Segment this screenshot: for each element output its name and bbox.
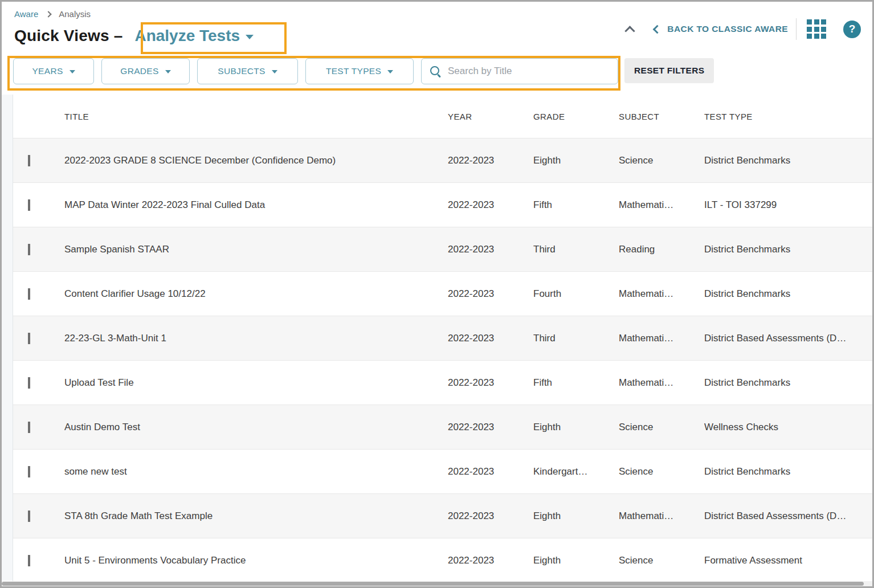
cell-title: 22-23-GL 3-Math-Unit 1 [64,333,448,344]
left-gutter [2,95,13,581]
toolbar-divider [796,18,797,40]
cell-test-type: Wellness Checks [704,422,872,433]
row-checkbox[interactable] [28,377,30,389]
cell-grade: Eighth [533,422,619,433]
table-row[interactable]: 22-23-GL 3-Math-Unit 1 2022-2023 Third M… [13,316,872,361]
cell-test-type: District Benchmarks [704,377,872,389]
cell-year: 2022-2023 [448,155,533,166]
breadcrumb-aware-link[interactable]: Aware [14,9,38,19]
column-header-grade[interactable]: GRADE [533,112,619,121]
cell-year: 2022-2023 [448,288,533,300]
table-header-row: TITLE YEAR GRADE SUBJECT TEST TYPE [13,95,872,138]
cell-year: 2022-2023 [448,422,533,433]
cell-grade: Eighth [533,155,619,166]
row-checkbox-cell [13,244,64,255]
cell-title: Austin Demo Test [64,422,448,433]
row-checkbox[interactable] [28,466,30,477]
filter-bar: YEARS GRADES SUBJECTS TEST TYPES [13,58,618,84]
back-chevron-icon [653,24,662,34]
row-checkbox[interactable] [28,155,30,166]
cell-test-type: ILT - TOI 337299 [704,199,872,211]
cell-subject: Science [619,555,704,566]
cell-title: 2022-2023 GRADE 8 SCIENCE December (Conf… [64,155,448,166]
help-icon[interactable]: ? [843,21,861,38]
view-selector-dropdown[interactable]: Analyze Tests [131,27,257,45]
cell-title: Sample Spanish STAAR [64,244,448,255]
cell-grade: Fourth [533,288,619,300]
search-input[interactable] [448,66,610,77]
table-row[interactable]: 2022-2023 GRADE 8 SCIENCE December (Conf… [13,138,872,183]
row-checkbox-cell [13,155,64,166]
row-checkbox[interactable] [28,555,30,566]
chevron-down-icon [246,35,254,39]
cell-grade: Eighth [533,511,619,522]
subjects-filter-button[interactable]: SUBJECTS [197,58,298,84]
table-row[interactable]: STA 8th Grade Math Test Example 2022-202… [13,494,872,538]
row-checkbox[interactable] [28,199,30,211]
column-header-subject[interactable]: SUBJECT [619,112,704,121]
search-icon [430,66,441,77]
table-row[interactable]: some new test 2022-2023 Kindergart… Scie… [13,450,872,494]
table-row[interactable]: Austin Demo Test 2022-2023 Eighth Scienc… [13,405,872,450]
table-row[interactable]: Unit 5 - Environments Vocabulary Practic… [13,538,872,581]
subjects-filter-label: SUBJECTS [218,66,265,76]
row-checkbox-cell [13,377,64,389]
row-checkbox-cell [13,511,64,522]
years-filter-label: YEARS [32,66,63,76]
reset-filters-button[interactable]: RESET FILTERS [624,58,714,83]
cell-grade: Third [533,244,619,255]
row-checkbox[interactable] [28,333,30,344]
table-row[interactable]: Upload Test File 2022-2023 Fifth Mathema… [13,361,872,405]
years-filter-button[interactable]: YEARS [13,58,94,84]
chevron-down-icon [387,70,393,74]
cell-title: MAP Data Winter 2022-2023 Final Culled D… [64,199,448,211]
cell-grade: Third [533,333,619,344]
column-header-title[interactable]: TITLE [64,112,448,121]
row-checkbox[interactable] [28,511,30,522]
row-checkbox-cell [13,555,64,566]
cell-grade: Fifth [533,377,619,389]
cell-title: Unit 5 - Environments Vocabulary Practic… [64,555,448,566]
cell-grade: Eighth [533,555,619,566]
table-row[interactable]: Sample Spanish STAAR 2022-2023 Third Rea… [13,227,872,272]
cell-subject: Science [619,422,704,433]
cell-subject: Science [619,466,704,477]
cell-test-type: District Benchmarks [704,155,872,166]
table-body: 2022-2023 GRADE 8 SCIENCE December (Conf… [13,138,872,581]
cell-year: 2022-2023 [448,511,533,522]
collapse-chevron-up-icon[interactable] [625,26,635,36]
table-row[interactable]: MAP Data Winter 2022-2023 Final Culled D… [13,183,872,227]
cell-test-type: District Benchmarks [704,466,872,477]
test-types-filter-button[interactable]: TEST TYPES [305,58,414,84]
back-to-classic-aware-link[interactable]: BACK TO CLASSIC AWARE [654,24,788,34]
page-title-prefix: Quick Views – [14,27,122,45]
table-row[interactable]: Content Clarifier Usage 10/12/22 2022-20… [13,272,872,316]
horizontal-scrollbar-thumb[interactable] [2,582,864,586]
aware-quick-views-page: { "breadcrumb": { "items": ["Aware", "An… [0,0,874,588]
row-checkbox-cell [13,333,64,344]
cell-title: Content Clarifier Usage 10/12/22 [64,288,448,300]
cell-subject: Mathemati… [619,199,704,211]
column-header-test-type[interactable]: TEST TYPE [704,112,872,121]
row-checkbox-cell [13,199,64,211]
cell-test-type: District Based Assessments (D… [704,333,872,344]
search-field [421,58,618,84]
row-checkbox[interactable] [28,422,30,433]
chevron-down-icon [272,70,277,74]
cell-year: 2022-2023 [448,199,533,211]
column-header-year[interactable]: YEAR [448,112,533,121]
apps-grid-icon[interactable] [807,19,826,39]
cell-year: 2022-2023 [448,466,533,477]
test-types-filter-label: TEST TYPES [326,66,381,76]
row-checkbox[interactable] [28,244,30,255]
row-checkbox[interactable] [28,288,30,300]
cell-test-type: District Benchmarks [704,244,872,255]
grades-filter-button[interactable]: GRADES [101,58,190,84]
horizontal-scrollbar [2,581,872,586]
cell-subject: Mathemati… [619,377,704,389]
breadcrumb-chevron-icon [46,11,52,17]
grades-filter-label: GRADES [120,66,158,76]
cell-test-type: Formative Assessment [704,555,872,566]
view-selector-label: Analyze Tests [134,27,240,45]
cell-test-type: District Based Assessments (D… [704,511,872,522]
